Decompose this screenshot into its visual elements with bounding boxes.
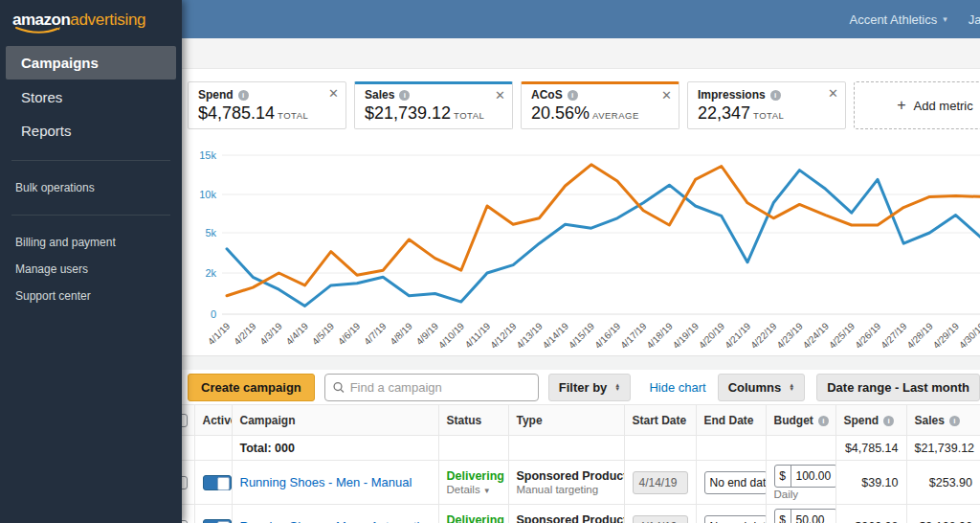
x-axis-tick-label: 4/21/19: [723, 320, 753, 351]
col-status[interactable]: Status: [438, 405, 508, 436]
add-metric-button[interactable]: + Add metric: [854, 81, 980, 129]
x-axis-tick-label: 4/16/19: [592, 320, 623, 351]
budget-value: 50.00: [791, 510, 836, 523]
row-checkbox[interactable]: [182, 476, 188, 489]
add-metric-label: Add metric: [914, 99, 973, 113]
x-axis-tick-label: 4/19/19: [671, 320, 702, 351]
metric-suffix: TOTAL: [278, 110, 308, 121]
active-toggle[interactable]: [203, 519, 232, 523]
y-axis-tick-label: 0: [211, 308, 216, 320]
close-icon[interactable]: ✕: [661, 89, 672, 102]
info-icon[interactable]: i: [949, 416, 960, 426]
metric-suffix: AVERAGE: [592, 110, 639, 121]
metric-suffix: TOTAL: [753, 110, 784, 121]
search-icon: [333, 381, 345, 394]
col-spend[interactable]: Spendi: [835, 405, 906, 436]
columns-button[interactable]: Columns ▲▼: [718, 374, 806, 401]
spend-cell: $39.10: [835, 461, 906, 505]
metric-cards-row: Spendi ✕ $4,785.14TOTAL Salesi ✕ $21,739…: [182, 69, 980, 134]
start-date-field[interactable]: 4/14/19: [633, 515, 688, 523]
metric-value: $4,785.14: [198, 103, 275, 123]
col-budget[interactable]: Budgeti: [766, 405, 835, 436]
currency-symbol: $: [775, 510, 791, 523]
info-icon[interactable]: i: [770, 90, 781, 101]
status-badge: Delivering: [447, 513, 501, 523]
col-type[interactable]: Type: [508, 405, 624, 436]
metric-value: 22,347: [698, 103, 750, 123]
amazon-advertising-logo[interactable]: amazonadvertising: [0, 0, 182, 38]
info-icon[interactable]: i: [818, 416, 829, 426]
x-axis-tick-label: 4/14/19: [541, 320, 571, 351]
col-active[interactable]: Active: [194, 405, 232, 436]
sidebar-item-bulk-operations[interactable]: Bulk operations: [0, 174, 182, 201]
logo-advertising-text: advertising: [70, 11, 145, 29]
x-axis-tick-label: 4/3/19: [257, 320, 284, 347]
info-icon[interactable]: i: [238, 90, 249, 101]
stepper-icon: ▲▼: [789, 383, 794, 391]
campaign-type: Sponsored Products: [517, 513, 616, 523]
budget-value: 100.00: [791, 466, 836, 487]
account-dropdown[interactable]: Accent Athletics ▾: [849, 12, 947, 27]
close-icon[interactable]: ✕: [495, 89, 505, 102]
x-axis-tick-label: 4/28/19: [904, 320, 935, 351]
metric-card-spend[interactable]: Spendi ✕ $4,785.14TOTAL: [188, 81, 346, 129]
chevron-down-icon: ▾: [943, 14, 947, 24]
campaign-search[interactable]: [324, 374, 539, 401]
metric-label: Sales: [365, 88, 394, 102]
x-axis-tick-label: 4/8/19: [388, 320, 414, 347]
budget-field[interactable]: $ 100.00: [774, 465, 836, 488]
status-badge: Delivering: [447, 469, 501, 483]
date-range-label: Date range - Last month: [827, 380, 969, 395]
campaigns-table: Active Campaign Status Type Start Date E…: [182, 404, 980, 523]
x-axis-tick-label: 4/18/19: [644, 320, 675, 351]
page-header-strip: [182, 38, 980, 69]
campaign-link[interactable]: Running Shoes - Men - Automatic: [240, 519, 426, 523]
sidebar-item-support-center[interactable]: Support center: [0, 283, 182, 309]
sidebar-item-manage-users[interactable]: Manage users: [0, 256, 182, 283]
campaigns-toolbar: Create campaign Filter by ▲▼ Hide chart …: [182, 370, 980, 404]
x-axis-tick-label: 4/13/19: [514, 320, 545, 351]
metric-card-sales[interactable]: Salesi ✕ $21,739.12TOTAL: [354, 81, 513, 129]
total-spend: $4,785.14: [835, 436, 906, 461]
col-end-date[interactable]: End Date: [696, 405, 766, 436]
sidebar-item-stores[interactable]: Stores: [6, 81, 176, 113]
campaign-type: Sponsored Products: [517, 469, 616, 483]
account-name: Accent Athletics: [849, 12, 937, 27]
info-icon[interactable]: i: [399, 90, 410, 101]
select-all-checkbox[interactable]: [182, 414, 188, 427]
metric-card-impressions[interactable]: Impressionsi ✕ 22,347TOTAL: [687, 81, 846, 129]
col-sales[interactable]: Salesi: [906, 405, 980, 436]
sidebar-divider: [11, 160, 170, 161]
row-checkbox[interactable]: [182, 520, 188, 523]
panel-gap: [182, 356, 980, 370]
sidebar-item-billing[interactable]: Billing and payment: [0, 229, 182, 256]
active-toggle[interactable]: [203, 475, 232, 490]
sidebar-item-campaigns[interactable]: Campaigns: [6, 46, 176, 80]
col-start-date[interactable]: Start Date: [624, 405, 696, 436]
hide-chart-link[interactable]: Hide chart: [649, 380, 705, 395]
campaign-link[interactable]: Running Shoes - Men - Manual: [240, 475, 412, 489]
metric-label: ACoS: [531, 88, 563, 102]
close-icon[interactable]: ✕: [828, 87, 838, 100]
x-axis-tick-label: 4/5/19: [310, 320, 337, 347]
search-input[interactable]: [350, 380, 530, 395]
end-date-field[interactable]: No end date: [704, 515, 767, 523]
filter-by-button[interactable]: Filter by ▲▼: [548, 374, 632, 401]
details-dropdown[interactable]: Details ▼: [447, 484, 501, 495]
sidebar-item-reports[interactable]: Reports: [6, 115, 176, 147]
date-range-button[interactable]: Date range - Last month: [816, 374, 980, 401]
budget-field[interactable]: $ 50.00: [774, 509, 836, 523]
col-spend-label: Spend: [844, 414, 880, 427]
col-campaign[interactable]: Campaign: [232, 405, 438, 436]
x-axis-tick-label: 4/23/19: [774, 320, 805, 351]
user-name[interactable]: Jane: [969, 12, 980, 27]
start-date-field[interactable]: 4/14/19: [633, 471, 688, 494]
end-date-field[interactable]: No end date: [704, 471, 767, 494]
currency-symbol: $: [775, 466, 791, 487]
close-icon[interactable]: ✕: [328, 87, 339, 100]
info-icon[interactable]: i: [883, 416, 894, 426]
create-campaign-button[interactable]: Create campaign: [188, 374, 315, 401]
sidebar: amazonadvertising Campaigns Stores Repor…: [0, 0, 182, 523]
info-icon[interactable]: i: [568, 90, 578, 101]
metric-card-acos[interactable]: ACoSi ✕ 20.56%AVERAGE: [521, 81, 679, 129]
